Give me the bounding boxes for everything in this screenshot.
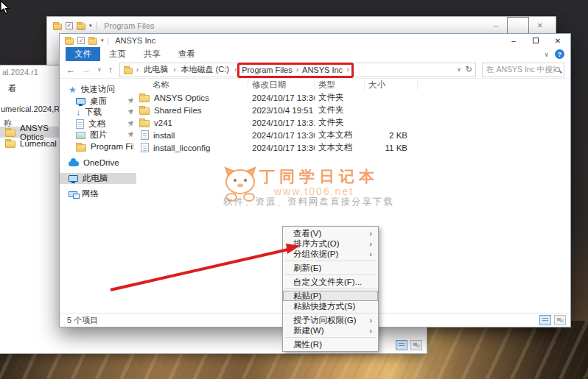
new-folder-qat-icon[interactable] bbox=[77, 24, 85, 30]
breadcrumb-program-files[interactable]: Program Files bbox=[240, 65, 293, 74]
breadcrumb-this-pc[interactable]: 此电脑 bbox=[142, 64, 169, 75]
download-icon: ↓ bbox=[76, 108, 80, 117]
submenu-arrow-icon: › bbox=[369, 249, 372, 258]
pin-icon bbox=[127, 98, 133, 105]
column-header-size[interactable]: 大小 bbox=[365, 80, 418, 90]
column-header-date[interactable]: 修改日期 bbox=[248, 80, 315, 90]
details-view-button[interactable] bbox=[539, 315, 551, 325]
menu-item-sort-by[interactable]: 排序方式(O)› bbox=[283, 238, 378, 249]
forward-button[interactable]: → bbox=[80, 65, 93, 75]
sidebar-item-downloads[interactable]: ↓ 下载 bbox=[60, 107, 136, 118]
sidebar-item-desktop[interactable]: 桌面 bbox=[60, 96, 136, 107]
item-count: 5 个项目 bbox=[67, 315, 98, 326]
up-button[interactable]: ↑ bbox=[106, 65, 115, 75]
minimize-button[interactable]: – bbox=[485, 17, 507, 34]
sidebar-item-onedrive[interactable]: OneDrive bbox=[60, 157, 136, 169]
file-row-install-licconfig[interactable]: install_licconfig 2024/10/17 13:30 文本文档 … bbox=[136, 141, 570, 154]
text-file-icon bbox=[141, 130, 149, 140]
folder-icon bbox=[124, 68, 133, 74]
tab-home[interactable]: 主页 bbox=[100, 47, 135, 61]
menu-item-new[interactable]: 新建(W)› bbox=[283, 325, 378, 336]
quick-access-star-icon: ★ bbox=[69, 85, 77, 94]
file-row[interactable]: ANSYS Optics bbox=[0, 127, 63, 138]
menu-item-paste[interactable]: 粘贴(P) bbox=[283, 291, 378, 301]
tab-file[interactable]: 文件 bbox=[66, 47, 100, 61]
properties-qat-icon[interactable]: ✓ bbox=[77, 37, 85, 44]
menu-separator bbox=[284, 337, 377, 338]
qat-dropdown-icon[interactable]: ▾ bbox=[101, 38, 104, 43]
properties-qat-icon[interactable]: ✓ bbox=[66, 22, 73, 29]
divider: | bbox=[96, 21, 98, 29]
address-bar: ← → ∨ ↑ › 此电脑 › 本地磁盘 (C:) › Program File… bbox=[60, 61, 570, 79]
crumb-separator-icon: › bbox=[134, 65, 141, 74]
pin-icon bbox=[127, 109, 133, 116]
column-headers: 名称 修改日期 类型 大小 bbox=[136, 79, 570, 91]
column-header-name[interactable]: 名称 bbox=[136, 80, 248, 90]
breadcrumb-ansys-inc[interactable]: ANSYS Inc bbox=[301, 65, 344, 74]
back-button[interactable]: ← bbox=[64, 65, 77, 75]
expand-ribbon-icon[interactable]: ∨ bbox=[544, 51, 549, 58]
close-button[interactable]: ✕ bbox=[529, 17, 551, 34]
sidebar-item-pictures[interactable]: 图片 bbox=[60, 130, 136, 141]
tab-view[interactable]: 查看 bbox=[169, 47, 204, 61]
pictures-icon bbox=[76, 132, 85, 139]
network-icon bbox=[69, 191, 77, 197]
menu-item-properties[interactable]: 属性(R) bbox=[283, 339, 378, 350]
submenu-arrow-icon: › bbox=[369, 229, 372, 238]
menu-separator bbox=[284, 288, 377, 289]
qat-dropdown-icon[interactable]: ▾ bbox=[89, 23, 92, 29]
folder-icon bbox=[65, 38, 74, 45]
context-menu: 查看(V)› 排序方式(O)› 分组依据(P)› 刷新(E) 自定义文件夹(F)… bbox=[282, 226, 379, 352]
menu-separator bbox=[284, 274, 377, 275]
breadcrumb-c-drive[interactable]: 本地磁盘 (C:) bbox=[180, 64, 231, 75]
submenu-arrow-icon: › bbox=[369, 326, 372, 335]
breadcrumb-fragment[interactable]: umerical.2024.R1 bbox=[1, 105, 64, 113]
file-row-install[interactable]: install 2024/10/17 13:30 文本文档 2 KB bbox=[136, 129, 570, 141]
recent-locations-icon[interactable]: ∨ bbox=[95, 66, 104, 73]
crumb-separator-icon: › bbox=[46, 105, 49, 113]
folder-icon bbox=[76, 144, 86, 152]
thumbnail-view-button[interactable] bbox=[554, 315, 566, 325]
maximize-button[interactable] bbox=[525, 34, 547, 47]
sidebar-item-quick-access[interactable]: ★ 快速访问 bbox=[60, 84, 136, 96]
address-dropdown-icon[interactable]: ∨ bbox=[457, 66, 461, 73]
folder-icon bbox=[5, 141, 15, 148]
search-icon[interactable] bbox=[555, 67, 560, 72]
minimize-button[interactable]: – bbox=[503, 34, 525, 47]
search-placeholder: 在 ANSYS Inc 中搜索 bbox=[486, 65, 555, 75]
file-row-shared-files[interactable]: Shared Files 2023/10/4 19:51 文件夹 bbox=[136, 104, 570, 116]
new-folder-qat-icon[interactable] bbox=[88, 38, 97, 45]
details-view-button[interactable] bbox=[396, 340, 407, 350]
tab-share[interactable]: 共享 bbox=[135, 47, 169, 61]
close-button[interactable]: ✕ bbox=[547, 34, 569, 47]
ribbon-tab-fragment[interactable]: 看 bbox=[8, 83, 17, 94]
menu-item-refresh[interactable]: 刷新(E) bbox=[283, 263, 378, 273]
crumb-separator-icon: › bbox=[171, 65, 178, 74]
desktop-icon bbox=[76, 98, 85, 105]
refresh-icon[interactable]: ↻ bbox=[466, 65, 472, 74]
file-row-v241[interactable]: v241 2024/10/17 13:31 文件夹 bbox=[136, 116, 570, 129]
file-row[interactable]: Lumerical bbox=[0, 138, 63, 149]
menu-item-group-by[interactable]: 分组依据(P)› bbox=[283, 249, 378, 259]
sort-ascending-icon[interactable]: ˆ bbox=[52, 111, 55, 118]
menu-item-give-access[interactable]: 授予访问权限(G)› bbox=[283, 315, 378, 325]
pin-icon bbox=[127, 132, 133, 138]
sidebar-item-program-files[interactable]: Program Files bbox=[60, 141, 136, 153]
help-icon[interactable]: ? bbox=[555, 49, 564, 59]
window-title-fragment: al.2024.r1 bbox=[2, 68, 38, 77]
window-title: ANSYS Inc bbox=[115, 36, 155, 45]
menu-item-view[interactable]: 查看(V)› bbox=[283, 228, 378, 238]
thumbnail-view-button[interactable] bbox=[410, 340, 422, 350]
search-box[interactable]: 在 ANSYS Inc 中搜索 bbox=[482, 63, 564, 77]
menu-item-customize-folder[interactable]: 自定义文件夹(F)... bbox=[283, 277, 378, 287]
maximize-button[interactable] bbox=[507, 17, 529, 34]
onedrive-cloud-icon bbox=[69, 161, 79, 166]
document-icon bbox=[76, 119, 84, 129]
file-row-ansys-optics[interactable]: ANSYS Optics 2024/10/17 13:36 文件夹 bbox=[136, 91, 570, 104]
sidebar-item-network[interactable]: 网络 bbox=[60, 188, 136, 200]
sidebar-item-documents[interactable]: 文档 bbox=[60, 118, 136, 130]
address-box[interactable]: › 此电脑 › 本地磁盘 (C:) › Program Files › ANSY… bbox=[119, 63, 476, 77]
menu-item-paste-shortcut[interactable]: 粘贴快捷方式(S) bbox=[283, 301, 378, 311]
column-header-type[interactable]: 类型 bbox=[315, 80, 365, 90]
sidebar-item-this-pc[interactable]: 此电脑 bbox=[60, 173, 136, 185]
